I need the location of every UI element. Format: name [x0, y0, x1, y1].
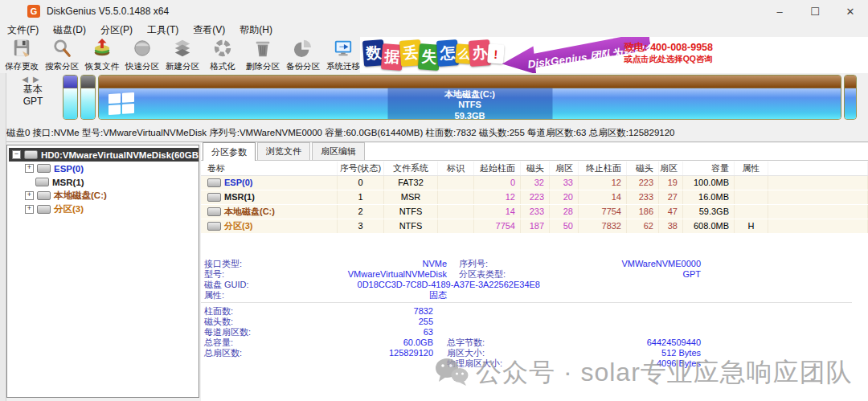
toolbar-label: 保存更改 — [5, 61, 39, 72]
table-row[interactable]: 本地磁盘(C:) 2 NTFS 14 233 28 7754 186 47 59… — [201, 205, 868, 219]
format-button[interactable]: 格式化 — [203, 37, 243, 73]
minimize-button[interactable]: – — [762, 0, 797, 23]
toolbar-label: 搜索分区 — [45, 61, 79, 72]
toolbar-label: 格式化 — [210, 61, 235, 72]
system-migration-icon — [334, 39, 353, 61]
menu-view[interactable]: 查看(V) — [186, 23, 232, 37]
diskgenius-window: G DiskGenius V5.5.0.1488 x64 – ☐ ✕ 文件(F)… — [0, 0, 868, 401]
tab-sector-edit[interactable]: 扇区编辑 — [312, 142, 365, 160]
toolbar-label: 快速分区 — [125, 61, 159, 72]
toolbar-label: 恢复文件 — [85, 61, 119, 72]
menu-disk[interactable]: 磁盘(D) — [46, 23, 93, 37]
detail-separator — [201, 302, 852, 303]
disk-drive-icon — [24, 150, 38, 159]
partition-drive-icon — [207, 193, 221, 202]
close-button[interactable]: ✕ — [833, 0, 868, 23]
recover-files-button[interactable]: 恢复文件 — [82, 37, 122, 73]
tree-item-label: MSR(1) — [52, 178, 84, 187]
ad-tile: ! — [487, 43, 505, 63]
detail-label: 序列号: — [459, 259, 547, 269]
expand-box-icon — [25, 178, 32, 186]
tab-partition-parameters[interactable]: 分区参数 — [203, 142, 256, 161]
tab-browse-files[interactable]: 浏览文件 — [257, 142, 310, 160]
prev-disk-arrow[interactable]: ◀ — [22, 75, 33, 84]
save-icon — [12, 39, 31, 61]
detail-value: GPT — [547, 269, 701, 280]
partition-block-esp[interactable] — [63, 75, 78, 120]
ad-banner[interactable]: 数 据 丢 失 怎 么 办 ! DiskGenius 团队为您服务 致电: 40… — [360, 37, 868, 73]
next-disk-arrow[interactable]: ▶ — [33, 75, 44, 84]
format-icon — [213, 39, 232, 61]
quick-partition-icon — [133, 39, 152, 61]
disk-tree-panel: − HD0:VMwareVirtualNVMeDisk(60GB) + ESP(… — [6, 145, 199, 398]
tree-item-esp[interactable]: + ESP(0) — [7, 162, 199, 175]
detail-value: 固态 — [309, 290, 447, 301]
detail-value: NVMe — [309, 259, 447, 269]
delete-partition-button[interactable]: 删除分区 — [243, 37, 283, 73]
partition-drive-icon — [35, 178, 49, 186]
detail-label: 每道扇区数: — [204, 327, 309, 338]
expand-box-icon[interactable]: + — [25, 191, 34, 200]
save-changes-button[interactable]: 保存更改 — [2, 37, 42, 73]
toolbar-label: 备份分区 — [286, 61, 320, 72]
tree-root-label: HD0:VMwareVirtualNVMeDisk(60GB) — [41, 150, 199, 160]
disk-table-type-label: 基本 — [10, 84, 56, 96]
tree-item-local-disk-c[interactable]: + 本地磁盘(C:) — [7, 189, 199, 203]
maximize-button[interactable]: ☐ — [797, 0, 833, 23]
partition-name: 本地磁盘(C:) — [387, 88, 552, 100]
tree-item-label: ESP(0) — [54, 164, 84, 174]
partition-table: 卷标 序号(状态) 文件系统 标识 起始柱面 磁头 扇区 终止柱面 磁头 扇区 … — [201, 162, 868, 234]
disk-detail-block-1: 接口类型: NVMe 序列号: VMWareNVME0000 型号: VMwar… — [204, 259, 701, 301]
partition-drive-icon — [207, 178, 221, 187]
windows-logo-icon — [108, 92, 134, 116]
table-header-row: 卷标 序号(状态) 文件系统 标识 起始柱面 磁头 扇区 终止柱面 磁头 扇区 … — [201, 162, 868, 176]
menu-tools[interactable]: 工具(T) — [140, 23, 186, 37]
detail-value: 64424509440 — [535, 338, 701, 348]
window-title: DiskGenius V5.5.0.1488 x64 — [47, 6, 169, 17]
partition-block-msr[interactable] — [80, 75, 96, 120]
detail-value: 7832 — [309, 306, 433, 317]
detail-label: 接口类型: — [204, 259, 309, 269]
partition-block-3[interactable] — [844, 75, 857, 120]
menu-partition[interactable]: 分区(P) — [93, 23, 140, 37]
detail-label: 总容量: — [204, 338, 309, 348]
tree-item-label: 本地磁盘(C:) — [54, 190, 107, 202]
menu-help[interactable]: 帮助(H) — [232, 23, 280, 37]
table-row[interactable]: ESP(0) 0 FAT32 0 32 33 12 223 19 100.0MB — [201, 176, 868, 190]
collapse-box-icon[interactable]: − — [12, 150, 21, 159]
tree-item-partition-3[interactable]: + 分区(3) — [7, 203, 199, 216]
table-row[interactable]: MSR(1) 1 MSR 12 223 20 14 233 27 16.0MB — [201, 190, 868, 205]
search-icon — [52, 39, 72, 61]
tree-item-msr[interactable]: MSR(1) — [7, 175, 199, 189]
disk-bar: 本地磁盘(C:) NTFS 59.3GB — [63, 75, 857, 121]
new-partition-icon — [173, 39, 192, 61]
detail-label: 分区表类型: — [459, 269, 547, 280]
tab-strip: 分区参数 浏览文件 扇区编辑 — [201, 143, 868, 161]
disk-overview-area: ◀▶ 基本 GPT 本地磁盘(C:) NTFS — [0, 73, 868, 124]
wechat-icon — [434, 357, 469, 389]
app-logo-icon: G — [27, 5, 40, 18]
partition-block-c[interactable]: 本地磁盘(C:) NTFS 59.3GB — [98, 75, 841, 120]
ad-banner-tiles: 数 据 丢 失 怎 么 办 ! — [363, 39, 502, 70]
left-edge-strip — [0, 73, 6, 401]
ad-phone-number: 致电: 400-008-9958 — [624, 41, 713, 54]
new-partition-button[interactable]: 新建分区 — [162, 37, 203, 73]
search-partition-button[interactable]: 搜索分区 — [42, 37, 82, 73]
partition-drive-icon — [207, 207, 221, 216]
table-row[interactable]: 分区(3) 3 NTFS 7754 187 50 7832 62 38 608.… — [201, 219, 868, 234]
detail-label: 属性: — [204, 290, 309, 301]
disk-info-line: 磁盘0 接口:NVMe 型号:VMwareVirtualNVMeDisk 序列号… — [0, 124, 868, 142]
detail-value: VMWareNVME0000 — [547, 259, 701, 269]
detail-value: 125829120 — [309, 348, 433, 358]
expand-box-icon[interactable]: + — [25, 205, 34, 214]
quick-partition-button[interactable]: 快速分区 — [122, 37, 162, 73]
toolbar-label: 删除分区 — [246, 61, 280, 72]
backup-partition-button[interactable]: 备份分区 — [283, 37, 323, 73]
tree-item-disk-root[interactable]: − HD0:VMwareVirtualNVMeDisk(60GB) — [9, 148, 199, 162]
toolbar-label: 系统迁移 — [326, 61, 360, 72]
expand-box-icon[interactable]: + — [25, 164, 34, 173]
detail-label: 磁盘 GUID: — [204, 280, 309, 290]
ad-qq-link[interactable]: 或点击此处选择QQ咨询 — [624, 54, 713, 65]
system-migration-button[interactable]: 系统迁移 — [323, 37, 363, 73]
menu-file[interactable]: 文件(F) — [0, 23, 46, 37]
